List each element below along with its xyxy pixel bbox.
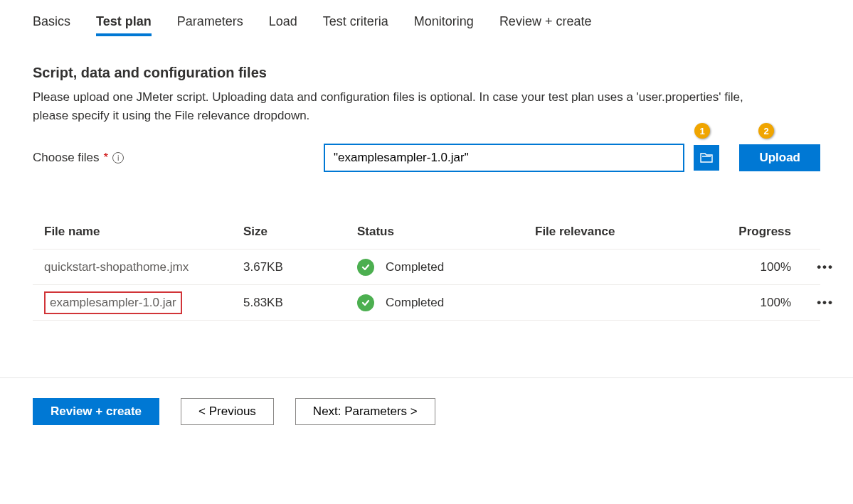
file-size-cell: 3.67KB: [243, 260, 357, 274]
tab-test-criteria[interactable]: Test criteria: [323, 14, 388, 36]
tab-basics[interactable]: Basics: [33, 14, 70, 36]
table-header-row: File name Size Status File relevance Pro…: [33, 214, 820, 250]
row-more-button[interactable]: •••: [791, 260, 834, 274]
status-text: Completed: [386, 260, 444, 274]
folder-icon: [700, 153, 713, 163]
table-row: examplesampler-1.0.jar 5.83KB Completed …: [33, 285, 820, 321]
tab-review-create[interactable]: Review + create: [499, 14, 592, 36]
row-more-button[interactable]: •••: [791, 296, 834, 310]
review-create-button[interactable]: Review + create: [33, 398, 159, 425]
tab-load[interactable]: Load: [269, 14, 297, 36]
previous-button[interactable]: < Previous: [181, 398, 274, 425]
required-marker: *: [104, 151, 109, 165]
file-progress-cell: 100%: [706, 296, 791, 310]
section-description: Please upload one JMeter script. Uploadi…: [33, 88, 780, 124]
callout-badge-1: 1: [694, 123, 710, 139]
next-button[interactable]: Next: Parameters >: [295, 398, 435, 425]
col-progress[interactable]: Progress: [706, 225, 791, 239]
uploaded-files-table: File name Size Status File relevance Pro…: [33, 214, 820, 321]
file-path-input[interactable]: [324, 144, 684, 171]
file-status-cell: Completed: [357, 294, 535, 311]
info-icon[interactable]: i: [112, 152, 124, 163]
file-progress-cell: 100%: [706, 260, 791, 274]
wizard-tabs: Basics Test plan Parameters Load Test cr…: [33, 14, 820, 36]
footer-divider: [0, 377, 853, 378]
col-relevance[interactable]: File relevance: [535, 225, 706, 239]
col-filename[interactable]: File name: [44, 225, 243, 239]
upload-button[interactable]: Upload: [739, 144, 820, 171]
choose-files-label: Choose files * i: [33, 151, 317, 165]
check-icon: [357, 294, 374, 311]
file-chooser-row: 1 2 Choose files * i Upload: [33, 144, 820, 171]
file-name-cell: quickstart-shopathome.jmx: [44, 260, 189, 274]
file-status-cell: Completed: [357, 259, 535, 276]
check-icon: [357, 259, 374, 276]
status-text: Completed: [386, 296, 444, 310]
file-name-cell: examplesampler-1.0.jar: [44, 291, 182, 314]
callout-badge-2: 2: [758, 123, 774, 139]
tab-parameters[interactable]: Parameters: [177, 14, 243, 36]
section-title: Script, data and configuration files: [33, 65, 820, 81]
choose-files-text: Choose files: [33, 151, 100, 165]
col-size[interactable]: Size: [243, 225, 357, 239]
file-size-cell: 5.83KB: [243, 296, 357, 310]
tab-monitoring[interactable]: Monitoring: [414, 14, 474, 36]
browse-button[interactable]: [694, 145, 719, 171]
footer-actions: Review + create < Previous Next: Paramet…: [33, 398, 820, 425]
tab-test-plan[interactable]: Test plan: [96, 14, 152, 36]
table-row: quickstart-shopathome.jmx 3.67KB Complet…: [33, 250, 820, 285]
col-status[interactable]: Status: [357, 225, 535, 239]
